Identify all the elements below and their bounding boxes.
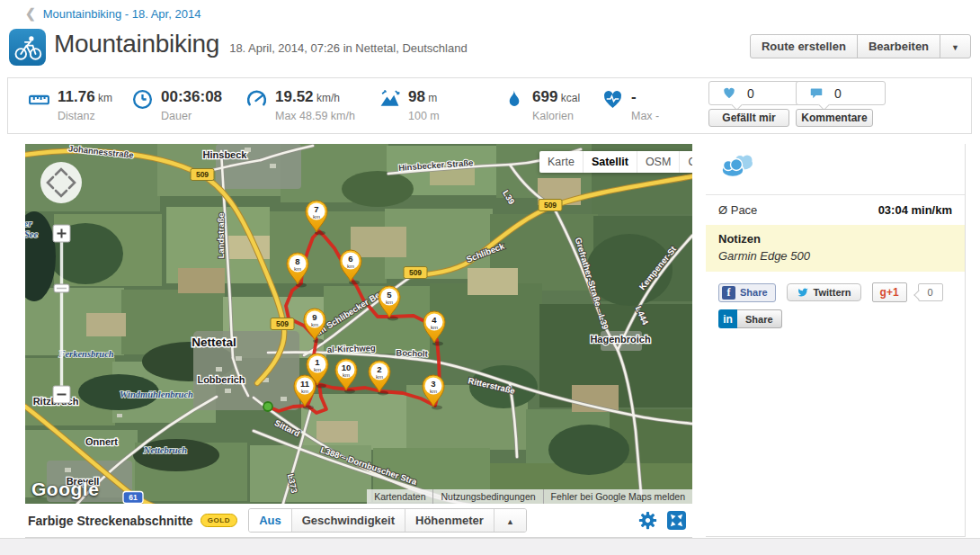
like-button[interactable]: Gefällt mir <box>708 109 789 127</box>
mountainbike-icon <box>9 29 46 66</box>
segment-mode-buttons: AusGeschwindigkeitHöhenmeter▲ <box>248 508 527 533</box>
notes-title: Notizen <box>718 232 952 246</box>
zoom-slider-handle[interactable] <box>54 284 69 292</box>
activity-page: ❮ Mountainbiking - 18. Apr, 2014 Mountai… <box>0 0 980 555</box>
svg-text:km: km <box>431 325 438 330</box>
stat-value: 11.76 <box>58 88 95 105</box>
map-label: Lobberich <box>197 374 245 385</box>
svg-text:509: 509 <box>276 319 289 328</box>
stat-value: - <box>631 88 637 105</box>
attribution-link[interactable]: Fehler bei Google Maps melden <box>543 489 692 504</box>
segments-toolbar: Farbige Streckenabschnitte GOLD AusGesch… <box>25 504 692 538</box>
stat-label: Max 48.59 km/h <box>275 110 355 122</box>
facebook-share-button[interactable]: f Share <box>718 283 776 302</box>
activity-subtitle: 18. April, 2014, 07:26 in Nettetal, Deut… <box>229 41 468 55</box>
breadcrumb-link[interactable]: Mountainbiking - 18. Apr, 2014 <box>43 7 201 21</box>
svg-text:km: km <box>294 266 301 272</box>
map-type-osm[interactable]: OSM <box>637 151 679 173</box>
pace-value: 03:04 min/km <box>878 203 952 217</box>
calories-icon <box>503 88 525 111</box>
attribution-link[interactable]: Kartendaten <box>367 489 432 504</box>
weather-section <box>706 144 965 195</box>
svg-text:km: km <box>347 264 354 269</box>
segment-button-geschwindigkeit[interactable]: Geschwindigkeit <box>291 509 405 532</box>
svg-text:3: 3 <box>431 379 435 389</box>
map-canvas[interactable]: 50950950950961 JohannesstraßeHinsbeckHin… <box>25 144 692 504</box>
fullscreen-icon[interactable] <box>667 511 686 530</box>
linkedin-icon: in <box>718 309 737 328</box>
header-actions: Route erstellen Bearbeiten ▼ <box>750 34 971 58</box>
clouds-icon <box>718 153 756 180</box>
google-logo[interactable]: Google <box>31 479 99 500</box>
notes-value: Garmin Edge 500 <box>718 249 952 263</box>
svg-text:km: km <box>313 214 320 219</box>
map-label: Nettebruch <box>143 445 188 455</box>
stat-value: 00:36:08 <box>161 88 222 105</box>
attribution-link[interactable]: Nutzungsbedingungen <box>432 489 542 504</box>
segment-button-aus[interactable]: Aus <box>249 509 291 532</box>
stat-label: Max - <box>631 110 659 122</box>
map-label: Hinsbeck <box>203 149 248 160</box>
map-type-karte[interactable]: Karte <box>539 151 583 173</box>
road-shield-509: 509 <box>404 267 427 279</box>
edit-button[interactable]: Bearbeiten <box>857 34 940 58</box>
segment-button-h-henmeter[interactable]: Höhenmeter <box>405 509 494 532</box>
svg-text:km: km <box>376 374 383 380</box>
stat-max-: -Max - <box>601 88 659 122</box>
stat-max-48-59-km-h: 19.52 km/hMax 48.59 km/h <box>245 88 355 122</box>
zoom-slider-track[interactable] <box>60 241 63 387</box>
map-label: Onnert <box>85 436 118 447</box>
gear-icon[interactable] <box>638 511 657 530</box>
stat-label: Kalorien <box>532 110 580 122</box>
zoom-in-button[interactable] <box>53 225 70 242</box>
stat-value: 699 <box>532 88 557 105</box>
stat-kalorien: 699 kcalKalorien <box>503 88 580 122</box>
map-label: Bocholt <box>396 347 429 358</box>
map-type-ocm[interactable]: OCM <box>679 151 692 173</box>
likes-count-box: 0 <box>708 81 802 105</box>
gold-badge: GOLD <box>200 514 238 527</box>
segments-title: Farbige Streckenabschnitte <box>28 514 193 528</box>
svg-text:509: 509 <box>409 268 422 277</box>
svg-text:km: km <box>314 367 321 372</box>
chevron-left-icon[interactable]: ❮ <box>25 6 36 21</box>
svg-text:6: 6 <box>348 254 352 264</box>
stat-label: 100 m <box>408 110 440 122</box>
zoom-out-button[interactable] <box>53 386 70 403</box>
comment-button[interactable]: Kommentare <box>796 109 873 127</box>
stat-label: Distanz <box>58 110 112 122</box>
comments-count: 0 <box>834 86 842 101</box>
notes-box: Notizen Garmin Edge 500 <box>706 225 965 272</box>
speech-bubble-icon <box>809 86 824 100</box>
svg-text:8: 8 <box>295 256 299 266</box>
road-shield-509: 509 <box>271 318 294 330</box>
map-type-satellit[interactable]: Satellit <box>583 151 637 173</box>
create-route-button[interactable]: Route erstellen <box>750 34 858 58</box>
svg-text:7: 7 <box>314 204 318 214</box>
stat-unit: kcal <box>557 92 580 104</box>
more-actions-button[interactable]: ▼ <box>940 34 971 58</box>
map-attribution: KartendatenNutzungsbedingungenFehler bei… <box>367 489 692 504</box>
stat-label: Dauer <box>161 110 222 122</box>
google-plus-one-button[interactable]: g+1 <box>872 282 907 302</box>
map-label: al-Kirchweg <box>327 343 376 354</box>
ruler-icon <box>28 88 50 111</box>
svg-text:11: 11 <box>300 379 310 389</box>
map-label: Ferkensbruch <box>58 349 113 359</box>
map-label: Windmühlenbruch <box>120 389 193 399</box>
pace-label: Ø Pace <box>718 203 757 217</box>
svg-text:5: 5 <box>387 290 392 300</box>
map-label: Nettetal <box>192 336 236 349</box>
segment-button--[interactable]: ▲ <box>494 509 526 532</box>
svg-text:2: 2 <box>377 364 381 374</box>
stat-value: 19.52 <box>275 88 314 105</box>
svg-text:9: 9 <box>312 312 316 322</box>
road-shield-61: 61 <box>123 492 143 504</box>
map-label: Großer <box>25 219 32 228</box>
svg-text:km: km <box>301 389 308 394</box>
start-point-marker[interactable] <box>263 402 272 411</box>
twitter-share-button[interactable]: Twittern <box>787 283 861 301</box>
breadcrumb: ❮ Mountainbiking - 18. Apr, 2014 <box>25 6 200 21</box>
linkedin-share-button[interactable]: in Share <box>718 309 782 328</box>
svg-text:km: km <box>343 372 350 378</box>
